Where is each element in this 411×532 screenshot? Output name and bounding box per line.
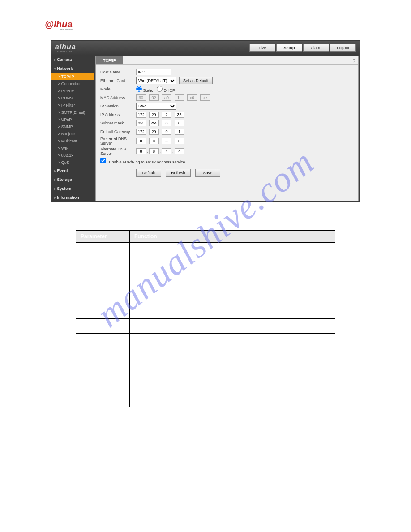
app-logo: alhua TECHNOLOGY — [55, 43, 76, 53]
tab-setup[interactable]: Setup — [276, 44, 302, 52]
brand-logo: @lhua TECHNOLOGY — [45, 18, 384, 35]
table-cell-parameter: Host Name — [76, 243, 130, 257]
table-header-function: Function — [130, 231, 335, 243]
preferred-dns-label: Preferred DNS Server — [100, 137, 136, 146]
table-cell-parameter: IP Version — [76, 333, 130, 356]
table-cell-parameter: Mode — [76, 280, 130, 319]
table-row: Alternate DNSAlternate DNS IP address. — [76, 392, 335, 407]
tab-alarm[interactable]: Alarm — [303, 44, 329, 52]
subnet-mask-input[interactable]: . . . — [136, 120, 184, 126]
sidebar-category[interactable]: Storage — [51, 175, 94, 184]
sidebar-item[interactable]: SMTP(Email) — [51, 109, 94, 116]
sidebar-category[interactable]: Network — [51, 64, 94, 73]
table-cell-function: Alternate DNS IP address. — [130, 392, 335, 407]
table-cell-parameter: Preferred DNS — [76, 378, 130, 392]
sidebar-category[interactable]: Information — [51, 193, 94, 202]
tab-live[interactable]: Live — [249, 44, 275, 52]
table-row: Ethernet CardPlease select the Ethernet … — [76, 257, 335, 280]
app-logo-text: alhua — [55, 43, 76, 51]
sidebar-item[interactable]: SNMP — [51, 123, 94, 130]
sidebar-item[interactable]: UPnP — [51, 116, 94, 123]
reference-table: Parameter Function Host NameIt is to set… — [76, 230, 335, 407]
app-logo-sub: TECHNOLOGY — [55, 50, 76, 53]
table-cell-parameter: IP Address — [76, 356, 130, 378]
preferred-dns-input[interactable]: . . . — [136, 138, 184, 144]
host-name-label: Host Name — [100, 70, 136, 74]
table-row: IP VersionIt is to select IP version. IP… — [76, 333, 335, 356]
ethernet-card-label: Ethernet Card — [100, 78, 136, 83]
sidebar-category[interactable]: Camera — [51, 55, 94, 64]
refresh-button[interactable]: Refresh — [166, 169, 191, 177]
table-row: Preferred DNSDNS IP address. — [76, 378, 335, 392]
save-button[interactable]: Save — [195, 169, 220, 177]
sidebar-item[interactable]: Connection — [51, 80, 94, 87]
host-name-input[interactable] — [136, 69, 171, 75]
set-default-button[interactable]: Set as Default — [179, 77, 213, 84]
sidebar-item[interactable]: IP Filter — [51, 102, 94, 109]
sidebar-item[interactable]: QoS — [51, 159, 94, 166]
default-button[interactable]: Default — [136, 169, 161, 177]
mode-static-radio[interactable]: Static — [136, 86, 153, 93]
ip-version-select[interactable]: IPv4 — [136, 103, 176, 110]
alternate-dns-label: Alternate DNS Server — [100, 147, 136, 156]
svg-text:TECHNOLOGY: TECHNOLOGY — [60, 29, 74, 31]
subnet-mask-label: Subnet mask — [100, 121, 136, 125]
sidebar: CameraNetworkTCP/IPConnectionPPPoEDDNSIP… — [51, 55, 94, 202]
sidebar-item[interactable]: DDNS — [51, 94, 94, 102]
table-cell-function: It is to set current host device name. I… — [130, 243, 335, 257]
figure-caption: Figure 5-16 — [27, 210, 384, 217]
sidebar-item[interactable]: Multicast — [51, 137, 94, 145]
sidebar-category[interactable]: Event — [51, 166, 94, 175]
table-cell-function: DNS IP address. — [130, 378, 335, 392]
table-cell-function: It is to display host Mac address. — [130, 319, 335, 333]
sidebar-item[interactable]: 802.1x — [51, 152, 94, 159]
app-screenshot: alhua TECHNOLOGY Live Setup Alarm Logout… — [51, 40, 360, 202]
table-cell-parameter: Ethernet Card — [76, 257, 130, 280]
table-cell-parameter: Alternate DNS — [76, 392, 130, 407]
mac-address-label: MAC Address — [100, 95, 136, 100]
enable-arp-checkbox[interactable]: Enable ARP/Ping to set IP address servic… — [100, 158, 185, 164]
mode-dhcp-radio[interactable]: DHCP — [157, 86, 175, 93]
main-tab-tcpip[interactable]: TCP/IP — [96, 56, 123, 64]
table-cell-function: Please select the Ethernet port, Default… — [130, 257, 335, 280]
page-number: 44 — [27, 425, 384, 431]
default-gateway-label: Default Gateway — [100, 129, 136, 134]
default-gateway-input[interactable]: . . . — [136, 129, 184, 135]
ip-address-input[interactable]: . . . — [136, 112, 184, 118]
ethernet-card-select[interactable]: Wire(DEFAULT) — [136, 77, 176, 84]
app-header: alhua TECHNOLOGY Live Setup Alarm Logout — [51, 41, 360, 55]
alternate-dns-input[interactable]: . . . — [136, 148, 184, 154]
mac-address-value: . . . . . — [136, 94, 210, 101]
table-row: ModeThere are two modes: static mode and… — [76, 280, 335, 319]
table-row: IP AddressPlease use the keyboard to inp… — [76, 356, 335, 378]
table-cell-function: There are two modes: static mode and the… — [130, 280, 335, 319]
tcpip-form: Host Name Ethernet Card Wire(DEFAULT) Se… — [96, 65, 358, 183]
sidebar-item[interactable]: WIFI — [51, 145, 94, 152]
ip-version-label: IP Version — [100, 104, 136, 108]
table-row: Mac AddressIt is to display host Mac add… — [76, 319, 335, 333]
table-cell-function: It is to select IP version. IPV4 or IPV6… — [130, 333, 335, 356]
table-cell-parameter: Mac Address — [76, 319, 130, 333]
table-intro: Please refer to the following sheet for … — [63, 222, 384, 228]
table-header-parameter: Parameter — [76, 231, 130, 243]
table-cell-function: Please use the keyboard to input the cor… — [130, 356, 335, 378]
sidebar-item[interactable]: Bonjour — [51, 130, 94, 137]
mode-label: Mode — [100, 87, 136, 91]
header-tabs: Live Setup Alarm Logout — [249, 44, 356, 52]
sidebar-item[interactable]: PPPoE — [51, 87, 94, 94]
main-tab-row: TCP/IP — [96, 56, 358, 65]
tab-logout[interactable]: Logout — [330, 44, 356, 52]
help-icon[interactable]: ? — [352, 58, 355, 64]
main-panel: TCP/IP ? Host Name Ethernet Card Wire(DE… — [95, 56, 359, 201]
table-row: Host NameIt is to set current host devic… — [76, 243, 335, 257]
svg-text:@lhua: @lhua — [45, 19, 73, 29]
enable-arp-label: Enable ARP/Ping to set IP address servic… — [109, 160, 185, 164]
sidebar-item[interactable]: TCP/IP — [51, 73, 94, 80]
sidebar-category[interactable]: System — [51, 184, 94, 193]
ip-address-label: IP Address — [100, 112, 136, 117]
